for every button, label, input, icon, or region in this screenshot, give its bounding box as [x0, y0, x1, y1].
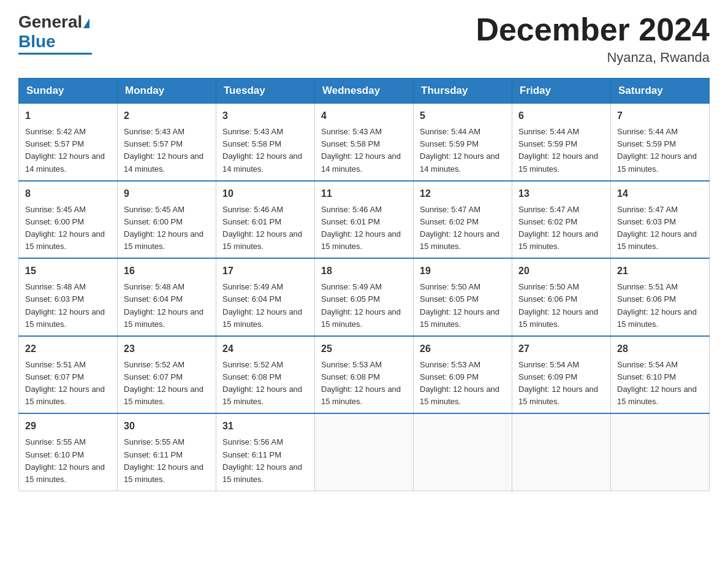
- day-info: Sunrise: 5:49 AMSunset: 6:04 PMDaylight:…: [222, 281, 308, 331]
- day-info: Sunrise: 5:55 AMSunset: 6:11 PMDaylight:…: [124, 436, 210, 486]
- col-friday: Friday: [512, 79, 611, 104]
- col-saturday: Saturday: [611, 79, 710, 104]
- calendar-cell: 26Sunrise: 5:53 AMSunset: 6:09 PMDayligh…: [414, 336, 512, 414]
- title-block: December 2024 Nyanza, Rwanda: [476, 12, 710, 66]
- logo-blue: Blue: [18, 32, 56, 51]
- day-info: Sunrise: 5:47 AMSunset: 6:03 PMDaylight:…: [617, 204, 703, 253]
- day-number: 14: [617, 186, 703, 201]
- day-info: Sunrise: 5:52 AMSunset: 6:07 PMDaylight:…: [124, 359, 210, 408]
- col-sunday: Sunday: [19, 79, 118, 104]
- calendar-week-5: 29Sunrise: 5:55 AMSunset: 6:10 PMDayligh…: [19, 413, 710, 491]
- day-number: 25: [321, 342, 407, 356]
- day-info: Sunrise: 5:53 AMSunset: 6:09 PMDaylight:…: [420, 359, 506, 408]
- calendar-cell: 25Sunrise: 5:53 AMSunset: 6:08 PMDayligh…: [315, 336, 414, 414]
- day-number: 17: [222, 264, 308, 278]
- day-info: Sunrise: 5:45 AMSunset: 6:00 PMDaylight:…: [124, 204, 210, 253]
- calendar-cell: 4Sunrise: 5:43 AMSunset: 5:58 PMDaylight…: [315, 104, 414, 181]
- day-info: Sunrise: 5:43 AMSunset: 5:57 PMDaylight:…: [124, 126, 210, 175]
- day-number: 31: [222, 419, 308, 434]
- calendar-cell: 23Sunrise: 5:52 AMSunset: 6:07 PMDayligh…: [118, 336, 216, 414]
- location-subtitle: Nyanza, Rwanda: [476, 50, 710, 66]
- calendar-cell: 16Sunrise: 5:48 AMSunset: 6:04 PMDayligh…: [118, 258, 216, 336]
- day-info: Sunrise: 5:47 AMSunset: 6:02 PMDaylight:…: [420, 204, 506, 253]
- day-info: Sunrise: 5:46 AMSunset: 6:01 PMDaylight:…: [222, 204, 308, 253]
- day-number: 3: [222, 109, 308, 123]
- calendar-cell: 12Sunrise: 5:47 AMSunset: 6:02 PMDayligh…: [414, 181, 512, 259]
- calendar-cell: 19Sunrise: 5:50 AMSunset: 6:05 PMDayligh…: [414, 258, 512, 336]
- calendar-week-3: 15Sunrise: 5:48 AMSunset: 6:03 PMDayligh…: [19, 258, 710, 336]
- calendar-cell: 2Sunrise: 5:43 AMSunset: 5:57 PMDaylight…: [118, 104, 216, 181]
- day-number: 28: [617, 342, 703, 356]
- calendar-cell: 6Sunrise: 5:44 AMSunset: 5:59 PMDaylight…: [512, 104, 611, 181]
- day-number: 2: [124, 109, 210, 123]
- day-number: 18: [321, 264, 407, 278]
- calendar-cell: 20Sunrise: 5:50 AMSunset: 6:06 PMDayligh…: [512, 258, 611, 336]
- calendar-cell: 7Sunrise: 5:44 AMSunset: 5:59 PMDaylight…: [611, 104, 710, 181]
- calendar-cell: 1Sunrise: 5:42 AMSunset: 5:57 PMDaylight…: [19, 104, 118, 181]
- day-number: 5: [420, 109, 506, 123]
- day-info: Sunrise: 5:48 AMSunset: 6:04 PMDaylight:…: [124, 281, 210, 331]
- day-number: 24: [222, 342, 308, 356]
- day-info: Sunrise: 5:44 AMSunset: 5:59 PMDaylight:…: [420, 126, 506, 175]
- day-number: 7: [617, 109, 703, 123]
- calendar-cell: 15Sunrise: 5:48 AMSunset: 6:03 PMDayligh…: [19, 258, 118, 336]
- day-info: Sunrise: 5:50 AMSunset: 6:06 PMDaylight:…: [518, 281, 604, 331]
- calendar-cell: [414, 413, 512, 491]
- day-number: 1: [25, 109, 111, 123]
- day-info: Sunrise: 5:43 AMSunset: 5:58 PMDaylight:…: [222, 126, 308, 175]
- logo-general: General: [18, 12, 82, 31]
- calendar-cell: 27Sunrise: 5:54 AMSunset: 6:09 PMDayligh…: [512, 336, 611, 414]
- day-number: 27: [518, 342, 604, 356]
- day-info: Sunrise: 5:50 AMSunset: 6:05 PMDaylight:…: [420, 281, 506, 331]
- day-info: Sunrise: 5:51 AMSunset: 6:06 PMDaylight:…: [617, 281, 703, 331]
- day-number: 10: [222, 186, 308, 201]
- calendar-week-2: 8Sunrise: 5:45 AMSunset: 6:00 PMDaylight…: [19, 181, 710, 259]
- calendar-cell: 5Sunrise: 5:44 AMSunset: 5:59 PMDaylight…: [414, 104, 512, 181]
- day-number: 30: [124, 419, 210, 434]
- calendar-cell: 13Sunrise: 5:47 AMSunset: 6:02 PMDayligh…: [512, 181, 611, 259]
- day-info: Sunrise: 5:52 AMSunset: 6:08 PMDaylight:…: [222, 359, 308, 408]
- day-number: 11: [321, 186, 407, 201]
- day-info: Sunrise: 5:43 AMSunset: 5:58 PMDaylight:…: [321, 126, 407, 175]
- logo-underline: [18, 53, 92, 55]
- day-info: Sunrise: 5:54 AMSunset: 6:10 PMDaylight:…: [617, 359, 703, 408]
- calendar-cell: 29Sunrise: 5:55 AMSunset: 6:10 PMDayligh…: [19, 413, 118, 491]
- calendar-header-row: Sunday Monday Tuesday Wednesday Thursday…: [19, 79, 710, 104]
- day-info: Sunrise: 5:44 AMSunset: 5:59 PMDaylight:…: [617, 126, 703, 175]
- calendar-cell: 21Sunrise: 5:51 AMSunset: 6:06 PMDayligh…: [611, 258, 710, 336]
- day-info: Sunrise: 5:53 AMSunset: 6:08 PMDaylight:…: [321, 359, 407, 408]
- logo-text: General Blue: [18, 12, 89, 52]
- day-info: Sunrise: 5:56 AMSunset: 6:11 PMDaylight:…: [222, 436, 308, 486]
- col-monday: Monday: [118, 79, 216, 104]
- calendar-cell: 31Sunrise: 5:56 AMSunset: 6:11 PMDayligh…: [216, 413, 315, 491]
- day-info: Sunrise: 5:55 AMSunset: 6:10 PMDaylight:…: [25, 436, 111, 486]
- calendar-cell: 14Sunrise: 5:47 AMSunset: 6:03 PMDayligh…: [611, 181, 710, 259]
- day-number: 21: [617, 264, 703, 278]
- calendar-week-4: 22Sunrise: 5:51 AMSunset: 6:07 PMDayligh…: [19, 336, 710, 414]
- day-number: 19: [420, 264, 506, 278]
- logo: General Blue: [18, 12, 92, 55]
- day-info: Sunrise: 5:48 AMSunset: 6:03 PMDaylight:…: [25, 281, 111, 331]
- day-number: 20: [518, 264, 604, 278]
- calendar-cell: 11Sunrise: 5:46 AMSunset: 6:01 PMDayligh…: [315, 181, 414, 259]
- calendar-cell: [512, 413, 611, 491]
- calendar-cell: [315, 413, 414, 491]
- calendar-table: Sunday Monday Tuesday Wednesday Thursday…: [18, 78, 710, 491]
- calendar-cell: 22Sunrise: 5:51 AMSunset: 6:07 PMDayligh…: [19, 336, 118, 414]
- month-year-title: December 2024: [476, 12, 710, 47]
- calendar-cell: 24Sunrise: 5:52 AMSunset: 6:08 PMDayligh…: [216, 336, 315, 414]
- day-info: Sunrise: 5:51 AMSunset: 6:07 PMDaylight:…: [25, 359, 111, 408]
- calendar-cell: 3Sunrise: 5:43 AMSunset: 5:58 PMDaylight…: [216, 104, 315, 181]
- day-number: 22: [25, 342, 111, 356]
- day-number: 4: [321, 109, 407, 123]
- day-number: 13: [518, 186, 604, 201]
- calendar-cell: 10Sunrise: 5:46 AMSunset: 6:01 PMDayligh…: [216, 181, 315, 259]
- day-info: Sunrise: 5:49 AMSunset: 6:05 PMDaylight:…: [321, 281, 407, 331]
- calendar-cell: 8Sunrise: 5:45 AMSunset: 6:00 PMDaylight…: [19, 181, 118, 259]
- day-info: Sunrise: 5:42 AMSunset: 5:57 PMDaylight:…: [25, 126, 111, 175]
- calendar-cell: [611, 413, 710, 491]
- day-number: 6: [518, 109, 604, 123]
- calendar-cell: 28Sunrise: 5:54 AMSunset: 6:10 PMDayligh…: [611, 336, 710, 414]
- day-number: 16: [124, 264, 210, 278]
- day-number: 26: [420, 342, 506, 356]
